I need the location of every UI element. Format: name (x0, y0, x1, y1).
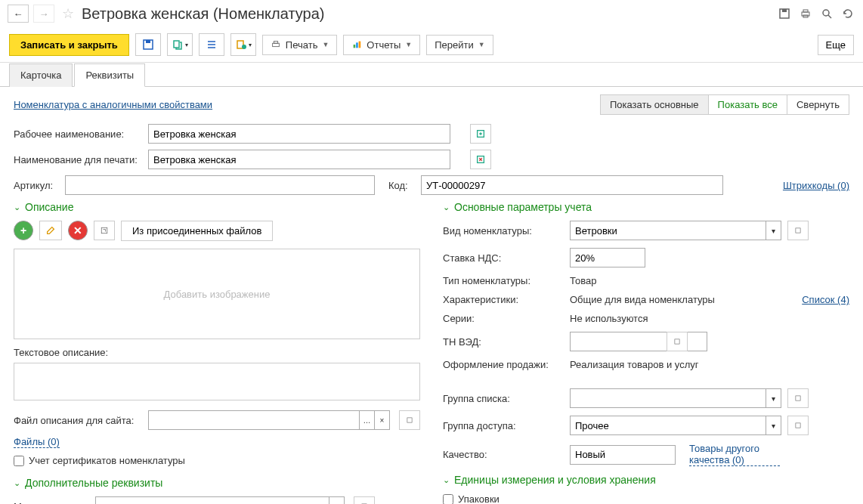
char-value: Общие для вида номенклатуры (570, 294, 715, 305)
tnved-open-button[interactable] (667, 332, 688, 351)
save-button[interactable] (135, 33, 161, 56)
refresh-icon[interactable] (840, 6, 855, 21)
print-name-input[interactable] (148, 150, 450, 169)
list-group-open-button[interactable] (787, 388, 809, 408)
chevron-down-icon: ⌄ (14, 203, 20, 212)
svg-rect-8 (146, 40, 150, 43)
additional-section-header[interactable]: ⌄ Дополнительные реквизиты (14, 477, 420, 489)
units-section-header[interactable]: ⌄ Единицы измерения и условия хранения (443, 474, 849, 486)
svg-rect-26 (675, 339, 679, 344)
svg-rect-15 (272, 43, 279, 46)
work-name-label: Рабочее наименование: (14, 128, 142, 140)
code-input[interactable] (421, 175, 723, 195)
min-supply-dropdown-button[interactable]: ▾ (329, 496, 345, 504)
delete-button[interactable]: ✕ (68, 221, 88, 240)
list-button[interactable] (199, 33, 224, 56)
print-dropdown[interactable]: Печать ▼ (262, 35, 338, 55)
sale-label: Оформление продажи: (443, 359, 564, 370)
quality-link[interactable]: Товары другого качества (0) (689, 443, 780, 466)
svg-rect-16 (274, 42, 277, 44)
settings-button[interactable]: ▾ (230, 33, 256, 56)
text-desc-input[interactable] (14, 363, 420, 400)
min-supply-open-button[interactable] (354, 496, 375, 504)
char-link[interactable]: Список (4) (802, 294, 849, 305)
favorite-star-icon[interactable]: ☆ (62, 5, 74, 22)
from-files-button[interactable]: Из присоединенных файлов (121, 221, 273, 241)
type-label: Вид номенклатуры: (443, 225, 564, 237)
caret-icon: ▼ (405, 41, 412, 48)
list-group-dropdown-button[interactable]: ▾ (766, 388, 781, 408)
analog-link[interactable]: Номенклатура с аналогичными свойствами (14, 99, 212, 110)
file-desc-open-button[interactable] (399, 410, 420, 430)
description-title: Описание (25, 201, 73, 213)
image-placeholder[interactable]: Добавить изображение (14, 249, 420, 339)
min-supply-label: Мин.поставка: (14, 501, 89, 505)
work-name-input[interactable] (148, 124, 450, 144)
file-desc-input[interactable] (148, 410, 360, 430)
svg-rect-3 (803, 10, 808, 12)
quality-label: Качество: (443, 449, 564, 460)
list-group-input[interactable] (570, 388, 766, 408)
cert-checkbox[interactable] (14, 456, 24, 466)
barcodes-link[interactable]: Штрихкоды (0) (783, 180, 849, 191)
tab-requisites[interactable]: Реквизиты (74, 63, 145, 87)
vat-input[interactable] (570, 248, 645, 267)
list-group-label: Группа списка: (443, 393, 564, 404)
file-desc-browse-button[interactable]: … (360, 410, 375, 430)
save-and-close-button[interactable]: Записать и закрыть (9, 34, 129, 56)
svg-rect-25 (796, 228, 800, 233)
quality-input[interactable] (570, 445, 676, 465)
access-group-input[interactable] (570, 416, 766, 435)
nav-back-button[interactable]: ← (8, 5, 29, 23)
copy-button[interactable]: ▾ (167, 33, 193, 56)
params-section-header[interactable]: ⌄ Основные параметры учета (443, 201, 849, 213)
add-button[interactable]: + (14, 221, 33, 240)
edit-button[interactable] (39, 221, 62, 240)
type-input[interactable] (570, 221, 766, 240)
svg-rect-23 (407, 418, 412, 422)
reports-dropdown[interactable]: Отчеты ▼ (343, 35, 420, 55)
params-title: Основные параметры учета (454, 201, 592, 213)
svg-rect-28 (796, 423, 800, 428)
goto-label: Перейти (435, 39, 474, 51)
show-all-button[interactable]: Показать все (709, 95, 787, 114)
svg-line-6 (828, 15, 831, 18)
description-section-header[interactable]: ⌄ Описание (14, 201, 420, 213)
show-main-button[interactable]: Показать основные (601, 95, 709, 114)
min-supply-input[interactable] (95, 496, 329, 504)
vat-label: Ставка НДС: (443, 252, 564, 264)
type-open-button[interactable] (787, 221, 809, 240)
search-icon[interactable] (819, 6, 834, 21)
access-group-label: Группа доступа: (443, 420, 564, 431)
svg-rect-18 (356, 42, 358, 48)
goto-dropdown[interactable]: Перейти ▼ (426, 35, 493, 55)
tnved-label: ТН ВЭД: (443, 336, 564, 348)
svg-rect-9 (174, 41, 179, 48)
save-icon[interactable] (777, 6, 792, 21)
nom-type-value: Товар (570, 275, 596, 286)
svg-rect-1 (782, 9, 787, 12)
packaging-checkbox[interactable] (443, 494, 453, 505)
sale-value: Реализация товаров и услуг (570, 359, 699, 370)
file-desc-label: Файл описания для сайта: (14, 415, 142, 426)
chevron-down-icon: ⌄ (14, 478, 20, 488)
expand-button[interactable] (94, 221, 115, 240)
svg-rect-27 (796, 396, 800, 400)
print-name-action-button[interactable] (470, 150, 491, 169)
nav-forward-button[interactable]: → (33, 5, 54, 23)
files-link[interactable]: Файлы (0) (14, 436, 60, 448)
collapse-button[interactable]: Свернуть (787, 95, 849, 114)
series-value: Не используются (570, 313, 648, 324)
type-dropdown-button[interactable]: ▾ (766, 221, 781, 240)
chevron-down-icon: ⌄ (443, 475, 450, 485)
print-name-label: Наименование для печати: (14, 154, 142, 165)
access-group-dropdown-button[interactable]: ▾ (766, 416, 781, 435)
article-input[interactable] (65, 175, 375, 195)
print-icon[interactable] (798, 6, 813, 21)
access-group-open-button[interactable] (787, 416, 809, 435)
work-name-action-button[interactable] (470, 124, 491, 144)
file-desc-clear-button[interactable]: × (375, 410, 390, 430)
more-button[interactable]: Еще (818, 35, 854, 55)
char-label: Характеристики: (443, 294, 564, 305)
tab-card[interactable]: Карточка (9, 63, 73, 87)
